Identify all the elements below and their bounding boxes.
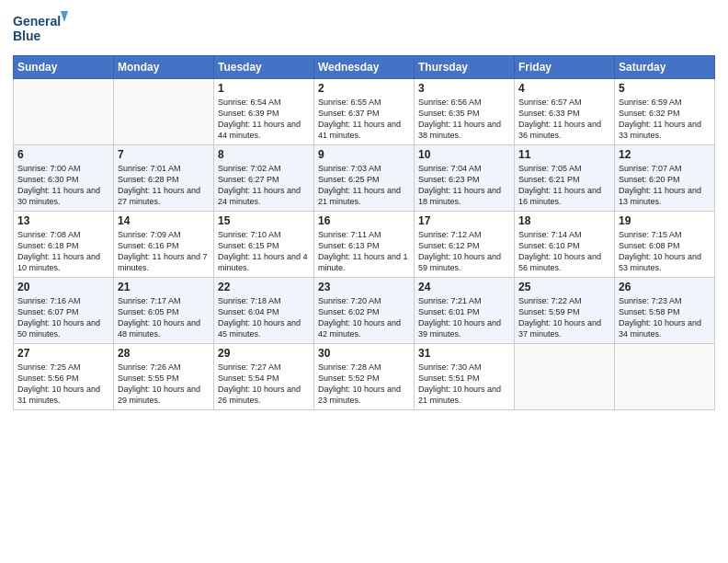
day-number: 8 (218, 148, 310, 161)
calendar-cell: 14Sunrise: 7:09 AM Sunset: 6:16 PM Dayli… (114, 212, 214, 278)
day-info: Sunrise: 7:25 AM Sunset: 5:56 PM Dayligh… (17, 362, 109, 407)
day-number: 29 (218, 347, 310, 360)
day-info: Sunrise: 7:12 AM Sunset: 6:12 PM Dayligh… (418, 229, 510, 274)
calendar-cell (515, 344, 615, 410)
day-info: Sunrise: 7:30 AM Sunset: 5:51 PM Dayligh… (418, 362, 510, 407)
day-number: 7 (118, 148, 210, 161)
svg-text:General: General (13, 14, 61, 29)
calendar-week-3: 13Sunrise: 7:08 AM Sunset: 6:18 PM Dayli… (14, 212, 715, 278)
svg-marker-2 (61, 11, 68, 22)
day-info: Sunrise: 7:28 AM Sunset: 5:52 PM Dayligh… (318, 362, 410, 407)
calendar-cell: 2Sunrise: 6:55 AM Sunset: 6:37 PM Daylig… (314, 79, 415, 145)
calendar-cell: 13Sunrise: 7:08 AM Sunset: 6:18 PM Dayli… (14, 212, 114, 278)
calendar-cell: 17Sunrise: 7:12 AM Sunset: 6:12 PM Dayli… (415, 212, 515, 278)
calendar-header: SundayMondayTuesdayWednesdayThursdayFrid… (14, 56, 715, 79)
calendar-cell: 21Sunrise: 7:17 AM Sunset: 6:05 PM Dayli… (114, 278, 214, 344)
day-info: Sunrise: 6:57 AM Sunset: 6:33 PM Dayligh… (518, 97, 610, 142)
generalblue-logo-icon: General Blue (13, 9, 68, 50)
day-number: 1 (218, 82, 310, 95)
day-number: 25 (518, 281, 610, 293)
calendar-week-2: 6Sunrise: 7:00 AM Sunset: 6:30 PM Daylig… (14, 145, 715, 212)
calendar-cell (615, 344, 715, 410)
calendar-cell: 6Sunrise: 7:00 AM Sunset: 6:30 PM Daylig… (14, 145, 114, 212)
day-info: Sunrise: 7:01 AM Sunset: 6:28 PM Dayligh… (118, 163, 210, 208)
calendar-week-1: 1Sunrise: 6:54 AM Sunset: 6:39 PM Daylig… (14, 79, 715, 145)
header-day-sunday: Sunday (14, 56, 114, 79)
day-info: Sunrise: 7:03 AM Sunset: 6:25 PM Dayligh… (318, 163, 410, 208)
calendar-cell (14, 79, 114, 145)
calendar-cell: 1Sunrise: 6:54 AM Sunset: 6:39 PM Daylig… (214, 79, 314, 145)
header: General Blue (13, 9, 715, 50)
day-number: 2 (318, 82, 410, 95)
day-info: Sunrise: 7:10 AM Sunset: 6:15 PM Dayligh… (218, 229, 310, 274)
calendar-week-5: 27Sunrise: 7:25 AM Sunset: 5:56 PM Dayli… (14, 344, 715, 410)
day-number: 13 (17, 214, 109, 227)
day-number: 20 (17, 281, 109, 293)
calendar-table: SundayMondayTuesdayWednesdayThursdayFrid… (13, 55, 715, 410)
calendar-cell: 11Sunrise: 7:05 AM Sunset: 6:21 PM Dayli… (515, 145, 615, 212)
day-number: 27 (17, 347, 109, 360)
day-number: 31 (418, 347, 510, 360)
calendar-body: 1Sunrise: 6:54 AM Sunset: 6:39 PM Daylig… (14, 79, 715, 410)
calendar-cell: 20Sunrise: 7:16 AM Sunset: 6:07 PM Dayli… (14, 278, 114, 344)
day-number: 3 (418, 82, 510, 95)
day-info: Sunrise: 7:09 AM Sunset: 6:16 PM Dayligh… (118, 229, 210, 274)
calendar-cell: 24Sunrise: 7:21 AM Sunset: 6:01 PM Dayli… (415, 278, 515, 344)
calendar-cell: 25Sunrise: 7:22 AM Sunset: 5:59 PM Dayli… (515, 278, 615, 344)
day-number: 28 (118, 347, 210, 360)
day-info: Sunrise: 7:21 AM Sunset: 6:01 PM Dayligh… (418, 295, 510, 340)
svg-text:Blue: Blue (13, 29, 41, 43)
calendar-cell: 18Sunrise: 7:14 AM Sunset: 6:10 PM Dayli… (515, 212, 615, 278)
day-number: 22 (218, 281, 310, 293)
day-number: 6 (17, 148, 109, 161)
day-info: Sunrise: 7:27 AM Sunset: 5:54 PM Dayligh… (218, 362, 310, 407)
day-number: 11 (518, 148, 610, 161)
header-day-tuesday: Tuesday (214, 56, 314, 79)
calendar-cell: 5Sunrise: 6:59 AM Sunset: 6:32 PM Daylig… (615, 79, 715, 145)
calendar-cell: 23Sunrise: 7:20 AM Sunset: 6:02 PM Dayli… (314, 278, 415, 344)
header-day-monday: Monday (114, 56, 214, 79)
day-number: 30 (318, 347, 410, 360)
day-info: Sunrise: 7:00 AM Sunset: 6:30 PM Dayligh… (17, 163, 109, 208)
calendar-cell: 7Sunrise: 7:01 AM Sunset: 6:28 PM Daylig… (114, 145, 214, 212)
calendar-cell: 3Sunrise: 6:56 AM Sunset: 6:35 PM Daylig… (415, 79, 515, 145)
day-number: 16 (318, 214, 410, 227)
day-info: Sunrise: 7:22 AM Sunset: 5:59 PM Dayligh… (518, 295, 610, 340)
day-number: 10 (418, 148, 510, 161)
day-info: Sunrise: 6:54 AM Sunset: 6:39 PM Dayligh… (218, 97, 310, 142)
day-number: 23 (318, 281, 410, 293)
calendar-cell (114, 79, 214, 145)
day-number: 5 (619, 82, 711, 95)
day-number: 15 (218, 214, 310, 227)
day-number: 19 (619, 214, 711, 227)
day-info: Sunrise: 7:04 AM Sunset: 6:23 PM Dayligh… (418, 163, 510, 208)
day-number: 24 (418, 281, 510, 293)
day-number: 21 (118, 281, 210, 293)
day-info: Sunrise: 7:23 AM Sunset: 5:58 PM Dayligh… (619, 295, 711, 340)
day-info: Sunrise: 7:18 AM Sunset: 6:04 PM Dayligh… (218, 295, 310, 340)
logo: General Blue (13, 9, 68, 50)
calendar-cell: 29Sunrise: 7:27 AM Sunset: 5:54 PM Dayli… (214, 344, 314, 410)
day-info: Sunrise: 7:15 AM Sunset: 6:08 PM Dayligh… (619, 229, 711, 274)
calendar-cell: 30Sunrise: 7:28 AM Sunset: 5:52 PM Dayli… (314, 344, 415, 410)
day-number: 14 (118, 214, 210, 227)
day-info: Sunrise: 7:17 AM Sunset: 6:05 PM Dayligh… (118, 295, 210, 340)
day-info: Sunrise: 7:20 AM Sunset: 6:02 PM Dayligh… (318, 295, 410, 340)
day-info: Sunrise: 7:07 AM Sunset: 6:20 PM Dayligh… (619, 163, 711, 208)
day-number: 12 (619, 148, 711, 161)
day-info: Sunrise: 7:02 AM Sunset: 6:27 PM Dayligh… (218, 163, 310, 208)
calendar-cell: 28Sunrise: 7:26 AM Sunset: 5:55 PM Dayli… (114, 344, 214, 410)
day-info: Sunrise: 7:11 AM Sunset: 6:13 PM Dayligh… (318, 229, 410, 274)
day-info: Sunrise: 7:14 AM Sunset: 6:10 PM Dayligh… (518, 229, 610, 274)
calendar-cell: 27Sunrise: 7:25 AM Sunset: 5:56 PM Dayli… (14, 344, 114, 410)
header-row: SundayMondayTuesdayWednesdayThursdayFrid… (14, 56, 715, 79)
day-number: 9 (318, 148, 410, 161)
day-info: Sunrise: 6:59 AM Sunset: 6:32 PM Dayligh… (619, 97, 711, 142)
day-number: 17 (418, 214, 510, 227)
day-number: 18 (518, 214, 610, 227)
header-day-saturday: Saturday (615, 56, 715, 79)
day-info: Sunrise: 7:16 AM Sunset: 6:07 PM Dayligh… (17, 295, 109, 340)
day-info: Sunrise: 7:05 AM Sunset: 6:21 PM Dayligh… (518, 163, 610, 208)
calendar-cell: 15Sunrise: 7:10 AM Sunset: 6:15 PM Dayli… (214, 212, 314, 278)
day-info: Sunrise: 7:26 AM Sunset: 5:55 PM Dayligh… (118, 362, 210, 407)
